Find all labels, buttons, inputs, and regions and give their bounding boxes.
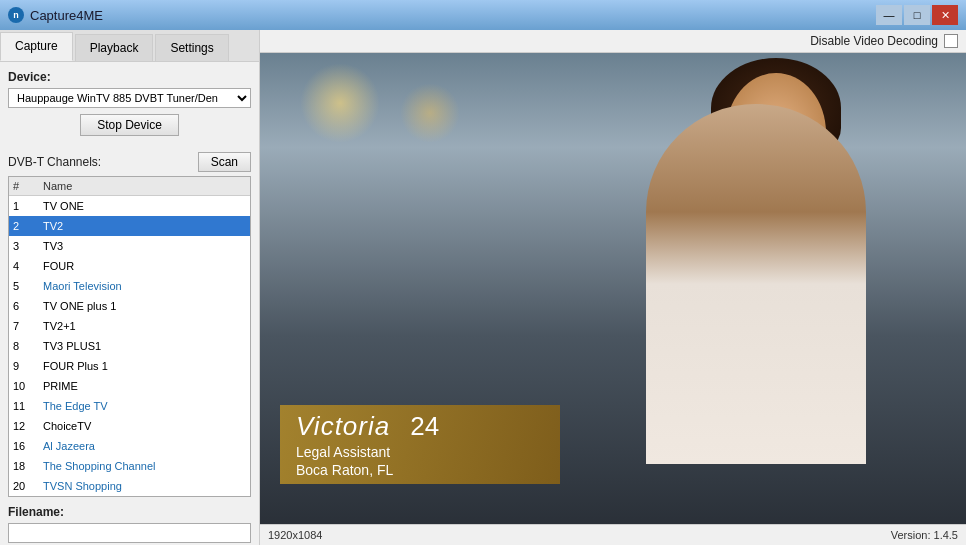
channel-row[interactable]: 18The Shopping Channel: [9, 456, 250, 476]
channel-name: TV2+1: [39, 320, 250, 332]
right-panel: Disable Video Decoding Victoria 24: [260, 30, 966, 545]
device-select[interactable]: Hauppauge WinTV 885 DVBT Tuner/Den: [8, 88, 251, 108]
channel-num: 2: [9, 220, 39, 232]
tab-capture[interactable]: Capture: [0, 32, 73, 61]
bg-light-1: [300, 63, 380, 143]
channel-name: FOUR Plus 1: [39, 360, 250, 372]
channel-num: 9: [9, 360, 39, 372]
stop-device-button[interactable]: Stop Device: [80, 114, 179, 136]
channel-num: 12: [9, 420, 39, 432]
channel-num: 18: [9, 460, 39, 472]
app-title: Capture4ME: [30, 8, 103, 23]
channel-num: 5: [9, 280, 39, 292]
channel-name: Maori Television: [39, 280, 250, 292]
channel-name: FOUR: [39, 260, 250, 272]
scan-button[interactable]: Scan: [198, 152, 251, 172]
channel-row[interactable]: 7TV2+1: [9, 316, 250, 336]
video-frame: Victoria 24 Legal Assistant Boca Raton, …: [260, 53, 966, 524]
channel-name: TV3 PLUS1: [39, 340, 250, 352]
app-icon: n: [8, 7, 24, 23]
video-overlay: Victoria 24 Legal Assistant Boca Raton, …: [260, 405, 966, 484]
overlay-name: Victoria: [296, 411, 390, 442]
tab-settings[interactable]: Settings: [155, 34, 228, 61]
channel-row[interactable]: 1TV ONE: [9, 196, 250, 216]
channel-num: 1: [9, 200, 39, 212]
col-name-header: Name: [39, 179, 234, 193]
overlay-age: 24: [410, 411, 439, 442]
dvbt-row: DVB-T Channels: Scan: [8, 152, 251, 172]
capture-panel: Device: Hauppauge WinTV 885 DVBT Tuner/D…: [0, 62, 259, 545]
maximize-button[interactable]: □: [904, 5, 930, 25]
video-version: Version: 1.4.5: [891, 529, 958, 541]
channel-list-container: # Name 1TV ONE2TV23TV34FOUR5Maori Televi…: [8, 176, 251, 497]
channel-name: TV ONE plus 1: [39, 300, 250, 312]
title-buttons: — □ ✕: [876, 5, 958, 25]
channel-num: 20: [9, 480, 39, 492]
channel-num: 3: [9, 240, 39, 252]
channel-list-header: # Name: [9, 177, 250, 196]
channel-list[interactable]: 1TV ONE2TV23TV34FOUR5Maori Television6TV…: [9, 196, 250, 496]
channel-name: The Edge TV: [39, 400, 250, 412]
overlay-bar: Victoria 24 Legal Assistant Boca Raton, …: [280, 405, 560, 484]
channel-row[interactable]: 12ChoiceTV: [9, 416, 250, 436]
overlay-detail2: Boca Raton, FL: [296, 462, 544, 478]
channel-name: PRIME: [39, 380, 250, 392]
channel-name: The Shopping Channel: [39, 460, 250, 472]
channel-num: 11: [9, 400, 39, 412]
video-bottom-bar: 1920x1084 Version: 1.4.5: [260, 524, 966, 545]
channel-row[interactable]: 5Maori Television: [9, 276, 250, 296]
close-button[interactable]: ✕: [932, 5, 958, 25]
channel-row[interactable]: 4FOUR: [9, 256, 250, 276]
disable-checkbox[interactable]: [944, 34, 958, 48]
channel-num: 10: [9, 380, 39, 392]
channel-row[interactable]: 9FOUR Plus 1: [9, 356, 250, 376]
main-window: Capture Playback Settings Device: Hauppa…: [0, 30, 966, 545]
overlay-detail1: Legal Assistant: [296, 444, 544, 460]
video-resolution: 1920x1084: [268, 529, 322, 541]
title-bar-left: n Capture4ME: [8, 7, 103, 23]
channel-row[interactable]: 11The Edge TV: [9, 396, 250, 416]
filename-section: Filename:: [8, 505, 251, 545]
filename-input[interactable]: [8, 523, 251, 543]
bg-light-2: [400, 83, 460, 143]
channel-row[interactable]: 10PRIME: [9, 376, 250, 396]
channel-row[interactable]: 16Al Jazeera: [9, 436, 250, 456]
overlay-name-row: Victoria 24: [296, 411, 544, 442]
channel-num: 6: [9, 300, 39, 312]
channel-num: 7: [9, 320, 39, 332]
dvbt-label: DVB-T Channels:: [8, 155, 101, 169]
video-top-bar: Disable Video Decoding: [260, 30, 966, 53]
channel-name: TV2: [39, 220, 250, 232]
tab-bar: Capture Playback Settings: [0, 30, 259, 62]
minimize-button[interactable]: —: [876, 5, 902, 25]
tab-playback[interactable]: Playback: [75, 34, 154, 61]
col-scroll-header: [234, 179, 250, 193]
channel-row[interactable]: 6TV ONE plus 1: [9, 296, 250, 316]
left-panel: Capture Playback Settings Device: Hauppa…: [0, 30, 260, 545]
channel-name: TV ONE: [39, 200, 250, 212]
channel-name: TV3: [39, 240, 250, 252]
filename-label: Filename:: [8, 505, 64, 519]
channel-name: TVSN Shopping: [39, 480, 250, 492]
device-label: Device:: [8, 70, 251, 84]
channel-num: 8: [9, 340, 39, 352]
col-num-header: #: [9, 179, 39, 193]
channel-row[interactable]: 3TV3: [9, 236, 250, 256]
channel-num: 16: [9, 440, 39, 452]
title-bar: n Capture4ME — □ ✕: [0, 0, 966, 30]
channel-row[interactable]: 8TV3 PLUS1: [9, 336, 250, 356]
disable-label: Disable Video Decoding: [810, 34, 938, 48]
channel-row[interactable]: 2TV2: [9, 216, 250, 236]
channel-row[interactable]: 20TVSN Shopping: [9, 476, 250, 496]
channel-name: ChoiceTV: [39, 420, 250, 432]
channel-num: 4: [9, 260, 39, 272]
channel-name: Al Jazeera: [39, 440, 250, 452]
